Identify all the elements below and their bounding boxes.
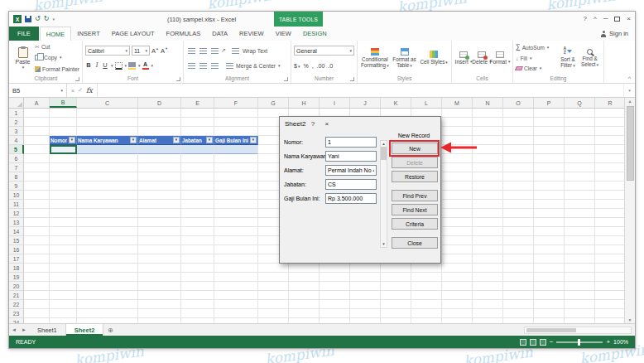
column-header-f[interactable]: F bbox=[214, 98, 258, 108]
dialog-field-input-1[interactable] bbox=[325, 151, 377, 162]
cell-d2[interactable] bbox=[138, 118, 181, 127]
cell-q8[interactable] bbox=[565, 172, 595, 182]
cell-o10[interactable] bbox=[503, 191, 534, 200]
close-button[interactable]: × bbox=[627, 16, 631, 22]
cell-f1[interactable] bbox=[214, 109, 258, 118]
cell-h20[interactable] bbox=[289, 282, 320, 291]
cell-m13[interactable] bbox=[442, 218, 473, 227]
italic-button[interactable]: I bbox=[94, 62, 100, 69]
filter-dropdown-icon[interactable]: ▾ bbox=[250, 137, 257, 143]
row-header-15[interactable]: 15 bbox=[9, 236, 24, 245]
cell-f24[interactable] bbox=[214, 318, 258, 323]
cell-k21[interactable] bbox=[381, 291, 411, 300]
cell-d23[interactable] bbox=[138, 309, 181, 318]
cell-c10[interactable] bbox=[77, 191, 138, 200]
sign-in-button[interactable]: Sign in bbox=[600, 27, 635, 41]
cell-e6[interactable] bbox=[181, 154, 214, 163]
cell-e1[interactable] bbox=[181, 109, 214, 118]
cell-e9[interactable] bbox=[181, 182, 214, 191]
cell-o8[interactable] bbox=[503, 172, 534, 182]
cell-p15[interactable] bbox=[534, 236, 565, 245]
cell-f4[interactable]: Gaji Bulan Ini▾ bbox=[214, 136, 258, 145]
cell-o11[interactable] bbox=[503, 200, 534, 209]
delete-cells-button[interactable]: Delete▾ bbox=[473, 41, 491, 75]
column-header-b[interactable]: B bbox=[50, 98, 77, 108]
sort-filter-button[interactable]: AZ Sort & Filter▾ bbox=[557, 41, 579, 75]
decrease-font-button[interactable]: A▼ bbox=[161, 47, 168, 54]
cell-o9[interactable] bbox=[503, 182, 534, 191]
cell-r7[interactable] bbox=[595, 163, 626, 172]
cell-b19[interactable] bbox=[50, 273, 77, 282]
cell-d21[interactable] bbox=[138, 291, 181, 300]
cell-n7[interactable] bbox=[473, 163, 503, 172]
cell-e13[interactable] bbox=[181, 218, 214, 227]
cell-e8[interactable] bbox=[181, 172, 214, 182]
cell-o4[interactable] bbox=[503, 136, 534, 145]
cell-m18[interactable] bbox=[442, 264, 473, 273]
align-center-icon[interactable] bbox=[199, 63, 207, 69]
cell-h21[interactable] bbox=[289, 291, 320, 300]
zoom-level[interactable]: 100% bbox=[613, 339, 628, 345]
cell-f22[interactable] bbox=[214, 300, 258, 309]
cell-k19[interactable] bbox=[381, 273, 411, 282]
cell-b22[interactable] bbox=[50, 300, 77, 309]
row-header-17[interactable]: 17 bbox=[9, 254, 24, 264]
cell-j22[interactable] bbox=[350, 300, 381, 309]
cell-b23[interactable] bbox=[50, 309, 77, 318]
horizontal-scrollbar[interactable] bbox=[524, 327, 632, 334]
dialog-scroll-down-icon[interactable]: ▼ bbox=[382, 241, 385, 247]
cell-f19[interactable] bbox=[214, 273, 258, 282]
cell-r6[interactable] bbox=[595, 154, 626, 163]
column-header-r[interactable]: R bbox=[595, 98, 626, 108]
cell-b1[interactable] bbox=[50, 109, 77, 118]
cell-i20[interactable] bbox=[320, 282, 350, 291]
cell-j18[interactable] bbox=[350, 264, 381, 273]
undo-icon[interactable]: ↺ bbox=[35, 16, 41, 22]
cell-d19[interactable] bbox=[138, 273, 181, 282]
cell-a1[interactable] bbox=[24, 109, 50, 118]
cell-n15[interactable] bbox=[473, 236, 503, 245]
ribbon-tab-design[interactable]: DESIGN bbox=[297, 27, 333, 41]
name-box-dropdown-icon[interactable]: ▾ bbox=[60, 89, 63, 93]
cell-p17[interactable] bbox=[534, 254, 565, 264]
dialog-field-input-3[interactable] bbox=[325, 179, 377, 190]
cell-a3[interactable] bbox=[24, 127, 50, 136]
cell-c22[interactable] bbox=[77, 300, 138, 309]
cell-f16[interactable] bbox=[214, 245, 258, 254]
cell-p16[interactable] bbox=[534, 245, 565, 254]
cell-p23[interactable] bbox=[534, 309, 565, 318]
column-header-g[interactable]: G bbox=[258, 98, 289, 108]
currency-button[interactable]: $▾ bbox=[294, 63, 300, 69]
row-header-10[interactable]: 10 bbox=[9, 191, 24, 200]
cell-a23[interactable] bbox=[24, 309, 50, 318]
cell-g21[interactable] bbox=[258, 291, 289, 300]
format-cells-button[interactable]: Format▾ bbox=[491, 41, 509, 75]
cell-q14[interactable] bbox=[565, 227, 595, 236]
cell-n8[interactable] bbox=[473, 172, 503, 182]
cell-h24[interactable] bbox=[289, 318, 320, 323]
filter-dropdown-icon[interactable]: ▾ bbox=[130, 137, 137, 143]
cell-c18[interactable] bbox=[77, 264, 138, 273]
row-header-21[interactable]: 21 bbox=[9, 291, 24, 300]
cell-a16[interactable] bbox=[24, 245, 50, 254]
cell-f13[interactable] bbox=[214, 218, 258, 227]
cell-e23[interactable] bbox=[181, 309, 214, 318]
cell-e14[interactable] bbox=[181, 227, 214, 236]
cell-q17[interactable] bbox=[565, 254, 595, 264]
cell-o20[interactable] bbox=[503, 282, 534, 291]
cell-n1[interactable] bbox=[473, 109, 503, 118]
column-header-i[interactable]: I bbox=[320, 98, 350, 108]
cell-p1[interactable] bbox=[534, 109, 565, 118]
cell-n10[interactable] bbox=[473, 191, 503, 200]
help-button[interactable]: ? bbox=[583, 16, 586, 22]
cell-k18[interactable] bbox=[381, 264, 411, 273]
cell-p4[interactable] bbox=[534, 136, 565, 145]
cell-p6[interactable] bbox=[534, 154, 565, 163]
cell-c19[interactable] bbox=[77, 273, 138, 282]
cell-m23[interactable] bbox=[442, 309, 473, 318]
cell-g18[interactable] bbox=[258, 264, 289, 273]
cell-b18[interactable] bbox=[50, 264, 77, 273]
cell-m10[interactable] bbox=[442, 191, 473, 200]
cell-o7[interactable] bbox=[503, 163, 534, 172]
cell-p3[interactable] bbox=[534, 127, 565, 136]
